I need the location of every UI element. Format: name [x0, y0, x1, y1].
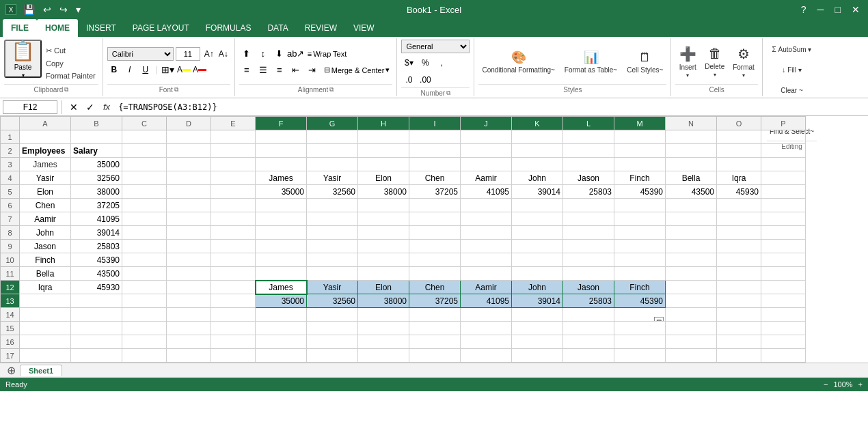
cell-J6[interactable]	[461, 199, 512, 212]
col-A[interactable]: A	[20, 117, 71, 130]
cell-J9[interactable]	[461, 240, 512, 253]
cell-L6[interactable]	[563, 199, 614, 212]
cell-B16[interactable]	[71, 335, 122, 349]
cell-F5[interactable]: 35000	[256, 185, 307, 199]
decrease-decimal-button[interactable]: .0	[401, 72, 416, 87]
cell-O6[interactable]	[717, 199, 761, 212]
cell-N15[interactable]	[666, 322, 717, 335]
restore-button[interactable]: □	[832, 3, 843, 16]
cell-J5[interactable]: 41095	[461, 185, 512, 199]
cell-H15[interactable]	[358, 322, 409, 335]
cell-I13[interactable]: 37205	[409, 294, 461, 308]
status-zoom-out[interactable]: −	[824, 380, 828, 389]
underline-button[interactable]: U	[139, 63, 152, 76]
cell-J4[interactable]: Aamir	[461, 171, 512, 185]
cell-J2[interactable]	[461, 144, 512, 158]
cell-K14[interactable]	[512, 308, 563, 322]
cell-O13[interactable]	[717, 294, 761, 308]
cell-E2[interactable]	[211, 144, 256, 158]
cell-N3[interactable]	[666, 158, 717, 171]
cell-H17[interactable]	[358, 349, 409, 363]
cell-H14[interactable]	[358, 308, 409, 322]
cell-L12[interactable]: Jason	[563, 281, 614, 294]
cell-B10[interactable]: 45390	[71, 253, 122, 267]
cell-E9[interactable]	[211, 240, 256, 253]
cell-P2[interactable]	[761, 144, 806, 158]
cell-D16[interactable]	[167, 335, 211, 349]
cell-O7[interactable]	[717, 212, 761, 226]
cell-I6[interactable]	[409, 199, 461, 212]
cell-K5[interactable]: 39014	[512, 185, 563, 199]
cell-H12[interactable]: Elon	[358, 281, 409, 294]
orientation-button[interactable]: ab↗	[288, 46, 303, 61]
cell-P14[interactable]	[761, 308, 806, 322]
cell-L14[interactable]	[563, 308, 614, 322]
cell-O11[interactable]	[717, 267, 761, 281]
cell-C16[interactable]	[122, 335, 167, 349]
cell-P12[interactable]	[761, 281, 806, 294]
cell-G14[interactable]	[307, 308, 358, 322]
cell-M3[interactable]	[614, 158, 666, 171]
cell-K17[interactable]	[512, 349, 563, 363]
cell-A8[interactable]: John	[20, 226, 71, 240]
cell-G16[interactable]	[307, 335, 358, 349]
status-zoom-in[interactable]: +	[858, 380, 863, 389]
cell-K2[interactable]	[512, 144, 563, 158]
cell-N16[interactable]	[666, 335, 717, 349]
cell-A1[interactable]	[20, 130, 71, 144]
cell-C15[interactable]	[122, 322, 167, 335]
number-expand[interactable]: ⧉	[446, 89, 450, 97]
col-M[interactable]: M	[614, 117, 666, 130]
cell-F13[interactable]: 35000	[256, 294, 307, 308]
cell-D2[interactable]	[167, 144, 211, 158]
cell-M12[interactable]: Finch	[614, 281, 666, 294]
cut-button[interactable]: ✂ Cut	[43, 45, 98, 57]
cell-I16[interactable]	[409, 335, 461, 349]
cell-J11[interactable]	[461, 267, 512, 281]
cell-B15[interactable]	[71, 322, 122, 335]
cell-D9[interactable]	[167, 240, 211, 253]
cell-G2[interactable]	[307, 144, 358, 158]
cell-N17[interactable]	[666, 349, 717, 363]
cell-C7[interactable]	[122, 212, 167, 226]
cell-N12[interactable]	[666, 281, 717, 294]
cell-G15[interactable]	[307, 322, 358, 335]
cell-N6[interactable]	[666, 199, 717, 212]
col-G[interactable]: G	[307, 117, 358, 130]
cell-F16[interactable]	[256, 335, 307, 349]
wrap-text-button[interactable]: ≡ Wrap Text	[305, 46, 350, 61]
cell-F11[interactable]	[256, 267, 307, 281]
col-K[interactable]: K	[512, 117, 563, 130]
cell-C14[interactable]	[122, 308, 167, 322]
alignment-expand[interactable]: ⧉	[329, 86, 334, 94]
sheet-tab-1[interactable]: Sheet1	[20, 365, 62, 376]
cell-F4[interactable]: James	[256, 171, 307, 185]
cell-A17[interactable]	[20, 349, 71, 363]
border-button[interactable]: ⊞▾	[161, 63, 175, 76]
cell-A12[interactable]: Iqra	[20, 281, 71, 294]
tab-file[interactable]: FILE	[3, 19, 37, 37]
cell-B1[interactable]	[71, 130, 122, 144]
cell-G8[interactable]	[307, 226, 358, 240]
cell-K8[interactable]	[512, 226, 563, 240]
cell-G9[interactable]	[307, 240, 358, 253]
cell-O9[interactable]	[717, 240, 761, 253]
col-J[interactable]: J	[461, 117, 512, 130]
cell-P3[interactable]	[761, 158, 806, 171]
tab-insert[interactable]: INSERT	[78, 19, 124, 37]
cell-E14[interactable]	[211, 308, 256, 322]
cell-E10[interactable]	[211, 253, 256, 267]
cell-M14[interactable]: ⊞	[614, 308, 666, 322]
cell-J14[interactable]	[461, 308, 512, 322]
cell-A6[interactable]: Chen	[20, 199, 71, 212]
insert-cells-button[interactable]: ➕ Insert ▾	[675, 43, 700, 81]
cell-H11[interactable]	[358, 267, 409, 281]
copy-button[interactable]: Copy	[43, 58, 98, 69]
cell-M13[interactable]: 45390	[614, 294, 666, 308]
cell-C5[interactable]	[122, 185, 167, 199]
cell-O14[interactable]	[717, 308, 761, 322]
accounting-format-button[interactable]: $▾	[401, 55, 416, 70]
cell-P5[interactable]	[761, 185, 806, 199]
cell-F6[interactable]	[256, 199, 307, 212]
align-top-button[interactable]: ⬆	[239, 46, 254, 61]
